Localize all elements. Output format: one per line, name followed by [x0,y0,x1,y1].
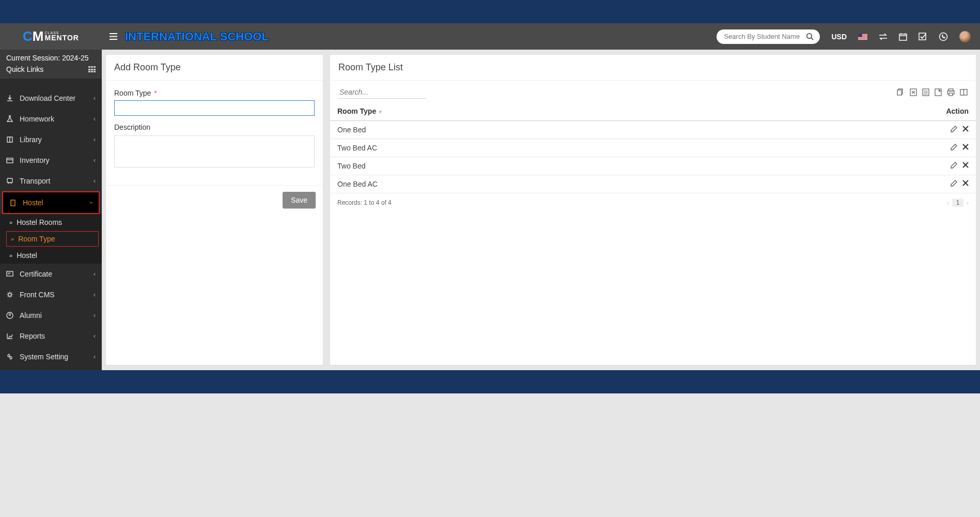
sidebar-item-homework[interactable]: Homework ‹ [0,109,102,129]
delete-icon[interactable] [962,144,969,150]
edit-icon[interactable] [951,180,957,187]
svg-rect-16 [897,90,901,95]
svg-point-7 [10,183,11,184]
panel-title: Room Type List [330,55,976,81]
list-search-input[interactable] [338,86,426,99]
sidebar-item-label: Reports [20,332,45,340]
description-label: Description [114,123,315,131]
double-chevron-icon: » [9,219,12,225]
student-search[interactable] [717,29,820,44]
panel-title: Add Room Type [106,55,323,81]
sidebar-item-download-center[interactable]: Download Center ‹ [0,88,102,109]
print-icon[interactable] [947,88,955,96]
building-icon [9,199,17,206]
edit-icon[interactable] [951,144,957,150]
search-input[interactable] [717,29,820,44]
room-type-list-panel: Room Type List Room Type▼ Action [330,55,976,365]
room-type-cell: Two Bed [330,157,729,175]
chevron-left-icon: ‹ [94,177,96,185]
search-icon[interactable] [806,33,814,40]
calendar-icon[interactable] [899,33,907,41]
sidebar-item-label: System Setting [20,353,68,361]
sidebar-sub-hostel[interactable]: » Hostel [0,247,102,264]
sidebar-item-label: Alumni [20,311,42,320]
col-room-type[interactable]: Room Type▼ [330,102,729,121]
pager-next[interactable]: › [967,200,969,206]
navbar-left: CM CLASSMENTOR INTERNATIONAL SCHOOL [0,23,269,50]
sidebar: Current Session: 2024-25 Quick Links Dow… [0,50,102,370]
double-chevron-icon: » [11,236,14,242]
sidebar-header: Current Session: 2024-25 Quick Links [0,50,102,79]
grid-icon[interactable] [88,66,96,72]
double-chevron-icon: » [9,252,12,258]
bus-icon [6,177,13,185]
chevron-left-icon: ‹ [94,270,96,278]
delete-icon[interactable] [962,162,969,169]
sidebar-sub-label: Hostel [17,251,37,260]
currency-label[interactable]: USD [831,33,847,41]
sidebar-item-label: Hostel [23,199,43,207]
sidebar-item-alumni[interactable]: Alumni ‹ [0,305,102,326]
svg-point-10 [8,293,11,296]
quick-links[interactable]: Quick Links [6,65,96,73]
sidebar-item-label: Certificate [20,270,52,278]
room-type-label: Room Type * [114,89,315,97]
chevron-left-icon: ‹ [94,95,96,102]
avatar[interactable] [959,31,971,42]
flag-icon[interactable] [858,34,867,40]
room-type-table: Room Type▼ Action One BedTwo Bed ACTwo B… [330,102,976,193]
sidebar-item-label: Front CMS [20,291,55,299]
action-cell [729,175,976,193]
logo[interactable]: CM CLASSMENTOR [0,23,102,50]
delete-icon[interactable] [962,126,969,132]
swap-icon[interactable] [879,33,888,40]
delete-icon[interactable] [962,180,969,187]
sidebar-item-reports[interactable]: Reports ‹ [0,326,102,346]
download-icon [6,95,13,102]
flask-icon [6,115,13,123]
sidebar-item-certificate[interactable]: Certificate ‹ [0,264,102,284]
table-row: One Bed AC [330,175,976,193]
menu-toggle-icon[interactable] [102,33,125,40]
pdf-icon[interactable] [935,88,942,96]
sidebar-item-transport[interactable]: Transport ‹ [0,171,102,191]
excel-icon[interactable] [910,88,917,96]
pager-page[interactable]: 1 [952,199,964,207]
chevron-left-icon: ‹ [94,312,96,319]
whatsapp-icon[interactable] [939,32,948,41]
sidebar-item-hostel[interactable]: Hostel › [2,191,100,214]
sidebar-item-inventory[interactable]: Inventory ‹ [0,150,102,171]
copy-icon[interactable] [897,88,905,96]
pager: ‹ 1 › [947,199,969,207]
sidebar-item-library[interactable]: Library ‹ [0,129,102,150]
svg-point-13 [8,355,10,357]
svg-rect-1 [899,34,907,40]
room-type-cell: One Bed AC [330,175,729,193]
certificate-icon [6,270,13,278]
session-label: Current Session: 2024-25 [6,54,96,62]
check-icon[interactable] [919,33,927,40]
columns-icon[interactable] [960,88,968,96]
edit-icon[interactable] [951,126,957,132]
chevron-left-icon: ‹ [94,115,96,123]
svg-point-6 [8,183,9,184]
col-action: Action [729,102,976,121]
sidebar-item-front-cms[interactable]: Front CMS ‹ [0,284,102,305]
svg-rect-8 [11,200,15,206]
sidebar-sub-label: Room Type [18,235,55,243]
save-button[interactable]: Save [283,192,316,208]
sidebar-sub-hostel-rooms[interactable]: » Hostel Rooms [0,214,102,231]
chart-icon [6,332,13,340]
edit-icon[interactable] [951,162,957,169]
bottom-brand-bar [0,370,980,393]
room-type-input[interactable] [114,100,315,116]
sidebar-item-system-setting[interactable]: System Setting ‹ [0,346,102,367]
sidebar-sub-room-type[interactable]: » Room Type [6,231,99,247]
action-cell [729,139,976,157]
chevron-left-icon: ‹ [94,157,96,164]
chevron-left-icon: ‹ [94,136,96,143]
csv-icon[interactable] [922,88,929,96]
description-textarea[interactable] [114,135,315,168]
pager-prev[interactable]: ‹ [947,200,949,206]
table-row: Two Bed AC [330,139,976,157]
